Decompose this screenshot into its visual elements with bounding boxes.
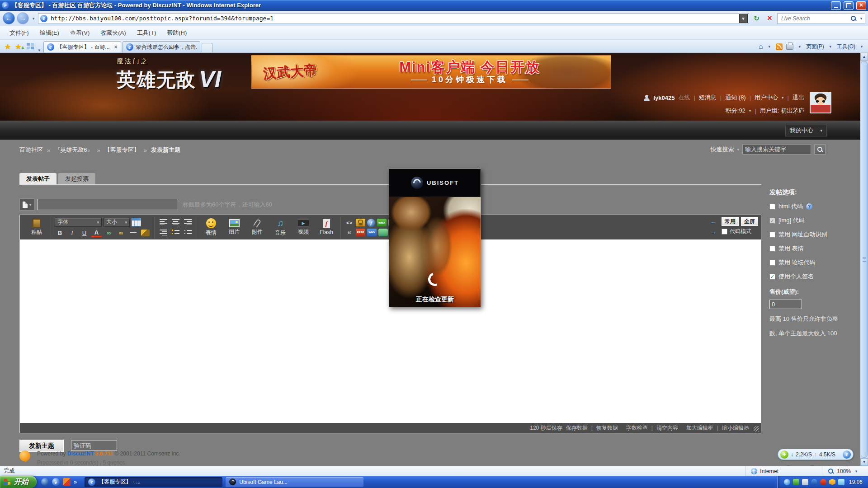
taskbar-task-ubisoft[interactable]: Ubisoft Game Lau... xyxy=(226,477,363,487)
history-dropdown-icon[interactable] xyxy=(31,16,36,21)
horizontal-rule-icon[interactable] xyxy=(128,229,138,237)
tab-new-post[interactable]: 发表帖子 xyxy=(19,173,57,184)
page-menu-button[interactable]: 页面(P) xyxy=(806,43,824,51)
remove-format-icon[interactable] xyxy=(140,229,151,237)
quick-search-label[interactable]: 快速搜索 xyxy=(710,145,734,154)
insert-flash-button[interactable]: Flash xyxy=(316,217,337,238)
align-left-icon[interactable] xyxy=(158,218,169,226)
font-family-dropdown[interactable]: 字体 xyxy=(55,218,102,227)
chat-bubble-green-icon[interactable] xyxy=(378,229,388,236)
restore-data-link[interactable]: 恢复数据 xyxy=(591,424,618,432)
word-count-link[interactable]: 字数检查 xyxy=(626,424,648,432)
taskbar-task-ie[interactable]: 【客服专区】 - ... xyxy=(85,477,222,487)
tab-close-icon[interactable] xyxy=(114,44,118,50)
chevron-down-icon[interactable] xyxy=(782,95,784,100)
option-disable-bbcode[interactable]: 禁用 论坛代码 xyxy=(769,258,860,267)
remove-link-icon[interactable]: ∞ xyxy=(116,229,126,237)
live-search-input[interactable] xyxy=(780,15,849,22)
enlarge-editor-link[interactable]: 加大编辑框 xyxy=(686,424,713,432)
chevron-down-icon[interactable] xyxy=(749,108,751,113)
avatar[interactable] xyxy=(810,92,831,113)
quick-search-input[interactable] xyxy=(742,144,811,155)
wma-icon[interactable]: WMA xyxy=(377,219,387,226)
option-img-code[interactable]: [img] 代码 xyxy=(769,216,860,225)
net-speed-monitor[interactable]: 2.2K/S 4.5K/S xyxy=(778,449,854,460)
disable-smilies-checkbox[interactable] xyxy=(769,246,775,252)
tray-icon-5[interactable] xyxy=(820,479,826,485)
new-tab-button[interactable] xyxy=(202,43,212,52)
free-content-icon[interactable]: FREE xyxy=(356,229,365,236)
fullscreen-mode-button[interactable]: 全屏 xyxy=(741,217,758,226)
tray-icon-7[interactable] xyxy=(838,479,844,485)
disable-bbcode-checkbox[interactable] xyxy=(769,260,775,266)
insert-table-icon[interactable] xyxy=(132,218,141,226)
option-use-signature[interactable]: 使用个人签名 xyxy=(769,272,860,281)
tab-new-poll[interactable]: 发起投票 xyxy=(58,173,95,184)
tray-icon-3[interactable] xyxy=(802,479,808,485)
notice-link[interactable]: 通知 (8) xyxy=(725,94,746,102)
url-input[interactable] xyxy=(50,14,737,22)
chevron-down-icon[interactable] xyxy=(737,147,739,152)
tools-menu-dropdown-icon[interactable] xyxy=(859,44,864,49)
product-link[interactable]: Discuz!NT xyxy=(67,450,94,457)
print-dropdown-icon[interactable] xyxy=(797,44,802,49)
clear-content-link[interactable]: 清空内容 xyxy=(651,424,678,432)
quick-tabs-icon[interactable] xyxy=(27,43,34,50)
search-options-dropdown-icon[interactable] xyxy=(859,16,864,21)
breadcrumb-forum-group[interactable]: 『英雄无敌6』 xyxy=(54,146,93,154)
price-input[interactable] xyxy=(769,300,802,309)
menu-favorites[interactable]: 收藏夹(A) xyxy=(95,27,131,39)
img-code-checkbox[interactable] xyxy=(769,218,775,224)
tools-menu-button[interactable]: 工具(O) xyxy=(837,43,855,51)
flash-player-icon[interactable] xyxy=(367,219,375,227)
start-button[interactable]: 开始 xyxy=(0,476,37,488)
align-center-icon[interactable] xyxy=(170,218,181,226)
home-dropdown-icon[interactable] xyxy=(767,44,772,49)
zoom-dropdown-icon[interactable] xyxy=(854,469,859,474)
rss-feed-icon[interactable] xyxy=(776,43,783,50)
shrink-editor-link[interactable]: 缩小编辑器 xyxy=(717,424,749,432)
quick-launch-media-icon[interactable] xyxy=(63,478,71,486)
browser-tab-active[interactable]: 【客服专区】 - 百游... xyxy=(43,41,121,52)
wmv-icon[interactable]: WMV xyxy=(367,229,377,236)
italic-icon[interactable]: I xyxy=(67,229,77,237)
bold-icon[interactable]: B xyxy=(55,229,65,237)
score-label[interactable]: 积分:92 xyxy=(726,107,745,115)
captcha-input[interactable] xyxy=(71,441,117,451)
tray-icon-6[interactable] xyxy=(829,479,835,485)
browser-tab-background[interactable]: 聚合球是怎么回事，点击... xyxy=(123,41,200,52)
maximize-button[interactable] xyxy=(844,1,854,10)
breadcrumb-home[interactable]: 百游社区 xyxy=(19,146,43,154)
indent-icon[interactable] xyxy=(158,228,169,237)
close-button[interactable] xyxy=(856,1,866,10)
align-right-icon[interactable] xyxy=(183,218,193,226)
font-size-dropdown[interactable]: 大小 xyxy=(104,218,130,227)
back-button[interactable] xyxy=(3,12,15,24)
unordered-list-icon[interactable] xyxy=(183,228,193,237)
quote-icon[interactable] xyxy=(344,229,354,236)
redo-arrow-icon[interactable] xyxy=(710,229,719,235)
refresh-button[interactable] xyxy=(751,13,762,24)
quick-search-button[interactable] xyxy=(814,144,826,155)
tray-icon-2[interactable] xyxy=(793,479,799,485)
zoom-section[interactable]: 100% xyxy=(822,466,864,476)
info-icon[interactable] xyxy=(806,203,812,210)
insert-image-button[interactable]: 图片 xyxy=(224,217,245,238)
stop-button[interactable] xyxy=(764,13,775,24)
scrollbar-thumb[interactable] xyxy=(861,61,868,458)
tray-icon-4[interactable] xyxy=(811,479,817,485)
print-icon[interactable] xyxy=(786,44,793,50)
tab-list-dropdown-icon[interactable] xyxy=(37,48,42,52)
menu-file[interactable]: 文件(F) xyxy=(5,27,34,39)
search-icon[interactable] xyxy=(850,15,857,22)
address-field[interactable] xyxy=(38,13,749,24)
font-color-icon[interactable]: A xyxy=(91,230,102,237)
submit-new-topic-button[interactable]: 发新主题 xyxy=(19,440,64,452)
common-mode-button[interactable]: 常用 xyxy=(722,217,739,226)
title-input[interactable] xyxy=(37,199,178,210)
scroll-up-arrow[interactable] xyxy=(860,53,868,61)
use-signature-checkbox[interactable] xyxy=(769,274,775,280)
attachment-button[interactable]: 附件 xyxy=(247,217,268,238)
ordered-list-icon[interactable] xyxy=(170,228,181,237)
smilies-button[interactable]: 表情 xyxy=(201,217,222,238)
